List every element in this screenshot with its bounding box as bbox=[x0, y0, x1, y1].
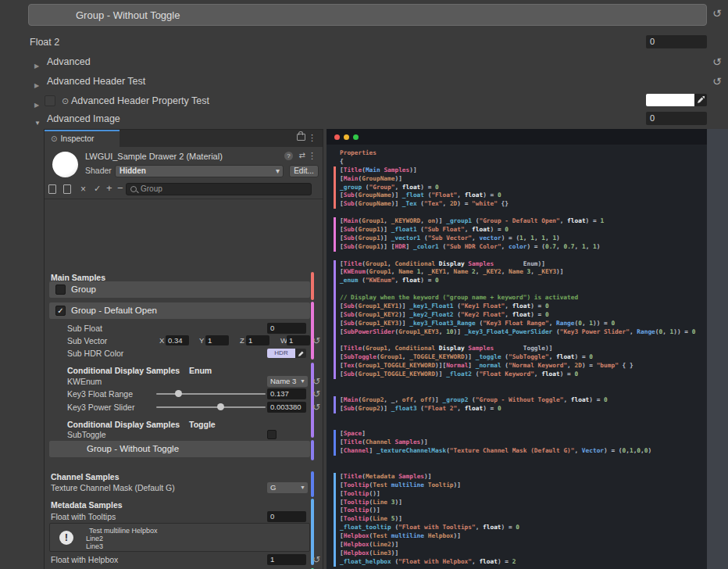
value-field[interactable]: 0 bbox=[267, 323, 306, 334]
float2-label: Float 2 bbox=[30, 34, 59, 51]
code-line: _enum ("KWEnum", float) = 0 bbox=[340, 277, 695, 285]
axis-field[interactable]: 1 bbox=[246, 335, 269, 345]
group-toggle-checkbox[interactable] bbox=[55, 284, 66, 295]
code-line: [Sub(GroupName)] _float ("Float", float)… bbox=[340, 191, 695, 200]
code-line: [Space] bbox=[340, 430, 695, 438]
minimize-icon[interactable] bbox=[344, 134, 349, 140]
value-field[interactable]: 1 bbox=[267, 554, 306, 565]
code-line bbox=[340, 464, 695, 473]
axis-field[interactable]: 0.34 bbox=[166, 335, 189, 345]
row-advanced-header-property-test[interactable]: ▶ ⊙ Advanced Header Property Test bbox=[0, 92, 728, 109]
reset-icon[interactable]: ↺ bbox=[712, 76, 722, 87]
advanced-header-test-label: Advanced Header Test bbox=[47, 73, 145, 90]
group-header-bar[interactable]: Group - Without Toggle bbox=[49, 441, 310, 457]
row-advanced-image[interactable]: ▼ Advanced Image 0 bbox=[0, 110, 728, 127]
advanced-image-label: Advanced Image bbox=[47, 110, 120, 127]
slider-track[interactable] bbox=[156, 393, 266, 395]
group-without-toggle-header[interactable]: Group - Without Toggle bbox=[28, 4, 707, 26]
color-swatch-white[interactable] bbox=[646, 94, 694, 106]
axis-field[interactable]: 1 bbox=[287, 335, 310, 345]
code-line: [Sub(Group1_TOGGLE_KEYWORD)] _float2 ("F… bbox=[340, 370, 695, 379]
value-field[interactable]: 0 bbox=[267, 511, 306, 522]
helpbox-line: Line2 bbox=[86, 535, 103, 542]
row-label: Toggle bbox=[189, 419, 216, 430]
close-icon[interactable] bbox=[334, 134, 340, 140]
plus-icon[interactable]: + bbox=[106, 182, 112, 194]
code-line: [Main(Group2, _, off, off)] _group2 ("Gr… bbox=[340, 396, 695, 405]
value-field[interactable]: 0.137 bbox=[267, 388, 306, 399]
help-icon[interactable]: ? bbox=[284, 152, 293, 160]
minus-icon[interactable]: − bbox=[117, 182, 123, 194]
edit-button[interactable]: Edit... bbox=[289, 165, 319, 177]
chevron-down-icon: ▼ bbox=[300, 376, 305, 387]
code-block: [Space][Title(Channel Samples)][Channel]… bbox=[334, 430, 695, 456]
check-icon[interactable]: ✓ bbox=[94, 184, 101, 194]
code-line: Properties bbox=[340, 149, 695, 158]
code-line: [Channel] _textureChannelMask("Texture C… bbox=[340, 447, 695, 456]
reset-icon[interactable]: ↺ bbox=[312, 335, 320, 346]
code-line: _float_tooltip ("Float with Tooltips", f… bbox=[340, 524, 695, 532]
kebab-menu-icon[interactable]: ⋮ bbox=[308, 151, 316, 161]
toggle-checkbox[interactable] bbox=[267, 430, 277, 439]
group-toggle-checkbox[interactable]: ✓ bbox=[55, 306, 66, 316]
slider-knob[interactable] bbox=[217, 403, 224, 410]
value-field[interactable]: 0.003380 bbox=[267, 402, 306, 413]
reference-dot-icon: ⊙ bbox=[62, 92, 69, 109]
slider-knob[interactable] bbox=[175, 390, 182, 397]
code-line: [Sub(Group1)] _float1 ("Sub Float", floa… bbox=[340, 226, 695, 234]
row-advanced-header-test[interactable]: ▶ Advanced Header Test ↺ bbox=[0, 73, 728, 90]
section-accent-bar bbox=[311, 440, 314, 460]
code-line bbox=[340, 379, 695, 388]
foldout-open-arrow-icon[interactable]: ▼ bbox=[34, 115, 41, 132]
dropdown[interactable]: Name 3▼ bbox=[267, 376, 308, 387]
axis-label: Y bbox=[199, 335, 204, 346]
collapse-icon[interactable]: × bbox=[80, 184, 86, 195]
dropdown-row: KWEnumName 3▼↺ bbox=[45, 376, 323, 387]
advanced-image-field[interactable]: 0 bbox=[646, 112, 707, 125]
color-swatch[interactable]: HDR bbox=[267, 349, 295, 358]
shader-source-code: Properties{[Title(Main Samples)][Main(Gr… bbox=[327, 145, 695, 567]
row-advanced[interactable]: ▶ Advanced ↺ bbox=[0, 53, 728, 70]
eyedropper-icon[interactable] bbox=[694, 94, 707, 106]
reset-icon[interactable]: ↺ bbox=[312, 388, 320, 399]
copy-icon[interactable] bbox=[48, 184, 56, 195]
group-header-bar[interactable]: Group bbox=[49, 281, 310, 298]
code-line bbox=[340, 456, 695, 464]
paste-icon[interactable] bbox=[63, 184, 71, 195]
shader-dropdown[interactable]: Hidden▾ bbox=[115, 165, 284, 177]
reset-icon[interactable]: ↺ bbox=[312, 376, 320, 387]
kebab-menu-icon[interactable]: ⋮ bbox=[308, 133, 316, 143]
slider-track[interactable] bbox=[156, 406, 266, 408]
code-gap bbox=[334, 413, 695, 431]
reset-icon[interactable]: ↺ bbox=[712, 56, 722, 67]
code-gap: Properties{ bbox=[334, 149, 695, 166]
lock-icon[interactable] bbox=[297, 134, 305, 141]
dropdown[interactable]: G▼ bbox=[267, 482, 308, 493]
row-label: Key3 Power Slider bbox=[67, 402, 134, 413]
preset-icon[interactable]: ⇄ bbox=[299, 151, 305, 159]
tab-inspector[interactable]: ⊙Inspector bbox=[45, 130, 120, 147]
group-header-bar[interactable]: ✓Group - Default Open bbox=[49, 302, 310, 319]
row-label: KWEnum bbox=[67, 376, 102, 387]
reset-icon[interactable]: ↺ bbox=[712, 8, 722, 19]
axis-field[interactable]: 1 bbox=[205, 335, 229, 345]
color-field[interactable] bbox=[646, 94, 707, 106]
row-label: Group bbox=[71, 281, 96, 298]
helpbox: !Test multiline HelpboxLine2Line3 bbox=[49, 523, 310, 552]
toggle-row: SubToggle bbox=[45, 429, 323, 440]
property-checkbox[interactable] bbox=[45, 95, 55, 106]
code-titlebar bbox=[327, 129, 707, 145]
row-float2: Float 2 0 bbox=[0, 34, 728, 51]
maximize-icon[interactable] bbox=[353, 134, 359, 140]
reset-icon[interactable]: ↺ bbox=[312, 554, 320, 565]
code-line: [Title(Group1, Conditional Display Sampl… bbox=[340, 345, 695, 353]
code-line bbox=[340, 413, 695, 422]
eyedropper-icon[interactable] bbox=[295, 349, 306, 358]
float2-field[interactable]: 0 bbox=[646, 35, 707, 48]
row-label: Metadata Samples bbox=[51, 499, 123, 510]
code-block: [Title(Metadata Samples)][Tooltip(Test m… bbox=[334, 473, 695, 567]
reset-icon[interactable]: ↺ bbox=[312, 402, 320, 413]
search-input[interactable]: Group bbox=[126, 183, 312, 195]
row-label: Group - Default Open bbox=[71, 302, 157, 319]
material-preview-sphere[interactable] bbox=[52, 152, 78, 177]
